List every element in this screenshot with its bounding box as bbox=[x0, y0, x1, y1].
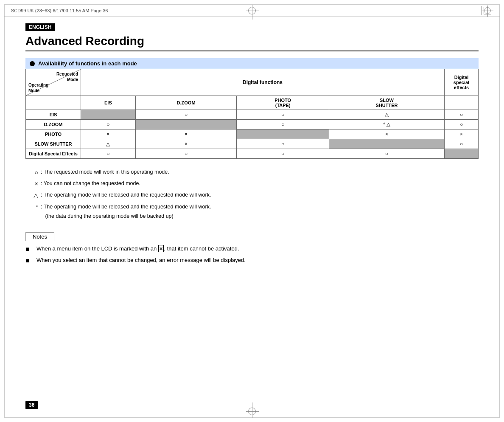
cell-slow-eis: △ bbox=[81, 139, 136, 149]
col-photo: PHOTO(TAPE) bbox=[237, 96, 329, 110]
table-row: EIS ○ ○ △ ○ bbox=[26, 110, 479, 120]
section-header-text: Availability of functions in each mode bbox=[38, 60, 137, 67]
legend-row-triangle: △ : The operating mode will be released … bbox=[25, 190, 479, 201]
cell-dse-dse bbox=[445, 149, 479, 159]
page-number: 36 bbox=[25, 401, 38, 409]
cell-dse-photo: ○ bbox=[237, 149, 329, 159]
cell-photo-dzoom: × bbox=[135, 129, 237, 139]
notes-label: Notes bbox=[33, 234, 47, 240]
legend-triangle-text: : The operating mode will be released an… bbox=[41, 190, 211, 200]
col-dzoom: D.ZOOM bbox=[135, 96, 237, 110]
notes-section: ■ When a menu item on the LCD is marked … bbox=[25, 241, 479, 266]
row-photo: PHOTO bbox=[26, 129, 81, 139]
legend-star-text: : The operating mode will be released an… bbox=[41, 202, 211, 221]
legend-row-star: * : The operating mode will be released … bbox=[25, 202, 479, 221]
cell-dzoom-photo: ○ bbox=[237, 120, 329, 129]
digital-special-effects-header: Digitalspecialeffects bbox=[445, 69, 479, 96]
section-header: Availability of functions in each mode bbox=[25, 58, 479, 69]
notes-item-2: ■ When you select an item that cannot be… bbox=[25, 256, 479, 266]
row-eis: EIS bbox=[26, 110, 81, 120]
legend-row-circle: ○ : The requested mode will work in this… bbox=[25, 167, 479, 178]
notes-text-2: When you select an item that cannot be c… bbox=[36, 256, 246, 264]
cell-dse-slow: ○ bbox=[329, 149, 444, 159]
row-dzoom: D.ZOOM bbox=[26, 120, 81, 129]
legend-row-cross: × : You can not change the requested mod… bbox=[25, 179, 479, 189]
col-eis: EIS bbox=[81, 96, 136, 110]
cell-eis-eis bbox=[81, 110, 136, 120]
diagonal-header-cell: RequestedMode OperatingMode bbox=[26, 69, 81, 96]
reg-mark-top bbox=[248, 7, 256, 20]
cell-slow-photo: ○ bbox=[237, 139, 329, 149]
cell-slow-dzoom: × bbox=[135, 139, 237, 149]
cell-dzoom-dzoom bbox=[135, 120, 237, 129]
legend-section: ○ : The requested mode will work in this… bbox=[25, 167, 479, 221]
digital-functions-header: Digital functions bbox=[81, 69, 445, 96]
legend-triangle-sym: △ bbox=[25, 190, 38, 201]
cell-photo-dse: × bbox=[445, 129, 479, 139]
notes-bullet-2: ■ bbox=[25, 256, 34, 266]
main-content: ENGLISH Advanced Recording Availability … bbox=[25, 23, 479, 267]
page-title: Advanced Recording bbox=[25, 34, 479, 51]
row-slow: SLOW SHUTTER bbox=[26, 139, 81, 149]
reg-mark-bottom bbox=[248, 402, 256, 415]
cell-slow-slow bbox=[329, 139, 444, 149]
cell-photo-slow: × bbox=[329, 129, 444, 139]
cell-dzoom-dse: ○ bbox=[445, 120, 479, 129]
table-row: D.ZOOM ○ ○ * △ ○ bbox=[26, 120, 479, 129]
availability-table: RequestedMode OperatingMode Digital func… bbox=[25, 69, 479, 159]
table-row: PHOTO × × × × bbox=[26, 129, 479, 139]
legend-circle-text: : The requested mode will work in this o… bbox=[41, 167, 169, 177]
col-dse bbox=[445, 96, 479, 110]
cell-photo-eis: × bbox=[81, 129, 136, 139]
cell-dse-dzoom: ○ bbox=[135, 149, 237, 159]
cell-eis-dzoom: ○ bbox=[135, 110, 237, 120]
cell-photo-photo bbox=[237, 129, 329, 139]
cell-slow-dse: ○ bbox=[445, 139, 479, 149]
table-row: Digital Special Effects ○ ○ ○ ○ bbox=[26, 149, 479, 159]
legend-star-sym: * bbox=[25, 202, 38, 213]
legend-cross-text: : You can not change the requested mode. bbox=[41, 179, 140, 188]
notes-label-tab: Notes bbox=[25, 232, 54, 241]
col-slow-shutter: SLOWSHUTTER bbox=[329, 96, 444, 110]
english-badge: ENGLISH bbox=[25, 23, 55, 31]
cell-dzoom-slow: * △ bbox=[329, 120, 444, 129]
cell-eis-dse: ○ bbox=[445, 110, 479, 120]
cell-dse-eis: ○ bbox=[81, 149, 136, 159]
table-row: SLOW SHUTTER △ × ○ ○ bbox=[26, 139, 479, 149]
row-dse: Digital Special Effects bbox=[26, 149, 81, 159]
header-text: SCD99 UK (28~63) 6/17/03 11:55 AM Page 3… bbox=[11, 8, 108, 13]
cell-eis-slow: △ bbox=[329, 110, 444, 120]
cell-eis-photo: ○ bbox=[237, 110, 329, 120]
legend-circle-sym: ○ bbox=[25, 167, 38, 178]
legend-cross-sym: × bbox=[25, 179, 38, 189]
empty-corner bbox=[26, 96, 81, 110]
notes-item-1: ■ When a menu item on the LCD is marked … bbox=[25, 245, 479, 254]
cell-dzoom-eis: ○ bbox=[81, 120, 136, 129]
notes-text-1: When a menu item on the LCD is marked wi… bbox=[36, 245, 239, 253]
bullet-icon bbox=[30, 61, 35, 66]
notes-bullet-1: ■ bbox=[25, 244, 34, 254]
